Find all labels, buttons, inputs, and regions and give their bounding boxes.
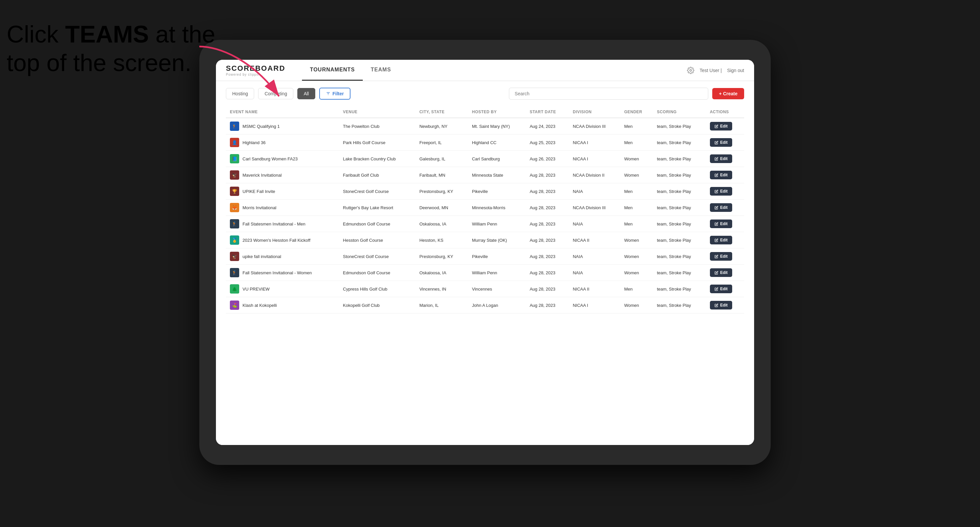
pencil-icon — [714, 173, 718, 177]
edit-button-5[interactable]: Edit — [710, 203, 732, 212]
team-logo-6: 🏌 — [230, 219, 239, 229]
team-logo-8: 🦅 — [230, 252, 239, 261]
cell-hosted-10: Vincennes — [468, 281, 526, 297]
cell-division-1: NICAA I — [569, 135, 620, 151]
team-logo-0: 🏌 — [230, 122, 239, 131]
edit-button-9[interactable]: Edit — [710, 268, 732, 277]
table-row: 🏌 MSMC Qualifying 1 The Powelton Club Ne… — [226, 118, 744, 135]
cell-actions-11: Edit — [706, 297, 744, 313]
competing-button[interactable]: Competing — [258, 88, 293, 99]
team-logo-11: ⛳ — [230, 300, 239, 310]
col-gender: GENDER — [620, 106, 653, 118]
cell-actions-8: Edit — [706, 248, 744, 265]
table-row: 👤 Highland 36 Park Hills Golf Course Fre… — [226, 135, 744, 151]
pencil-icon — [714, 125, 718, 128]
tournaments-table: EVENT NAME VENUE CITY, STATE HOSTED BY S… — [226, 106, 744, 313]
table-container: EVENT NAME VENUE CITY, STATE HOSTED BY S… — [226, 106, 744, 442]
cell-hosted-3: Minnesota State — [468, 167, 526, 183]
pencil-icon — [714, 303, 718, 307]
col-event-name: EVENT NAME — [226, 106, 339, 118]
cell-gender-11: Women — [620, 297, 653, 313]
cell-event-name-7: 🏅 2023 Women's Hesston Fall Kickoff — [226, 232, 339, 248]
hosting-button[interactable]: Hosting — [226, 88, 254, 99]
cell-gender-3: Women — [620, 167, 653, 183]
cell-event-name-0: 🏌 MSMC Qualifying 1 — [226, 118, 339, 135]
cell-actions-7: Edit — [706, 232, 744, 248]
cell-scoring-4: team, Stroke Play — [653, 183, 706, 200]
cell-date-2: Aug 26, 2023 — [525, 151, 569, 167]
cell-event-name-9: 🏌 Fall Statesmen Invitational - Women — [226, 265, 339, 281]
cell-venue-11: Kokopelli Golf Club — [339, 297, 415, 313]
cell-city-6: Oskaloosa, IA — [415, 216, 468, 232]
cell-city-3: Faribault, MN — [415, 167, 468, 183]
cell-hosted-8: Pikeville — [468, 248, 526, 265]
cell-actions-6: Edit — [706, 216, 744, 232]
cell-venue-1: Park Hills Golf Course — [339, 135, 415, 151]
cell-city-0: Newburgh, NY — [415, 118, 468, 135]
pencil-icon — [714, 271, 718, 275]
search-input[interactable] — [509, 88, 708, 100]
tab-tournaments[interactable]: TOURNAMENTS — [302, 60, 363, 81]
cell-hosted-2: Carl Sandburg — [468, 151, 526, 167]
edit-button-7[interactable]: Edit — [710, 236, 732, 244]
nav-tabs: TOURNAMENTS TEAMS — [302, 60, 399, 81]
col-division: DIVISION — [569, 106, 620, 118]
cell-gender-2: Women — [620, 151, 653, 167]
cell-scoring-3: team, Stroke Play — [653, 167, 706, 183]
edit-button-11[interactable]: Edit — [710, 301, 732, 310]
toolbar: Hosting Competing All Filter + Create — [226, 88, 744, 100]
edit-button-1[interactable]: Edit — [710, 138, 732, 147]
cell-division-6: NAIA — [569, 216, 620, 232]
pencil-icon — [714, 238, 718, 242]
pencil-icon — [714, 157, 718, 161]
cell-actions-1: Edit — [706, 135, 744, 151]
cell-event-name-5: 🦊 Morris Invitational — [226, 200, 339, 216]
sign-out-link[interactable]: Sign out — [727, 68, 744, 73]
cell-city-1: Freeport, IL — [415, 135, 468, 151]
edit-button-8[interactable]: Edit — [710, 252, 732, 261]
cell-division-0: NCAA Division III — [569, 118, 620, 135]
cell-actions-4: Edit — [706, 183, 744, 200]
table-row: ⛳ Klash at Kokopelli Kokopelli Golf Club… — [226, 297, 744, 313]
all-button[interactable]: All — [298, 88, 315, 99]
team-logo-1: 👤 — [230, 138, 239, 147]
cell-division-10: NICAA II — [569, 281, 620, 297]
cell-scoring-0: team, Stroke Play — [653, 118, 706, 135]
cell-event-name-3: 🦅 Maverick Invitational — [226, 167, 339, 183]
table-row: 🦊 Morris Invitational Ruttger's Bay Lake… — [226, 200, 744, 216]
table-row: 🏌 Fall Statesmen Invitational - Men Edmu… — [226, 216, 744, 232]
filter-button[interactable]: Filter — [319, 88, 350, 100]
cell-scoring-10: team, Stroke Play — [653, 281, 706, 297]
cell-gender-9: Women — [620, 265, 653, 281]
cell-city-5: Deerwood, MN — [415, 200, 468, 216]
edit-button-10[interactable]: Edit — [710, 284, 732, 293]
tab-teams[interactable]: TEAMS — [363, 60, 399, 81]
edit-button-6[interactable]: Edit — [710, 219, 732, 228]
cell-venue-2: Lake Bracken Country Club — [339, 151, 415, 167]
cell-hosted-6: William Penn — [468, 216, 526, 232]
table-row: 🏆 UPIKE Fall Invite StoneCrest Golf Cour… — [226, 183, 744, 200]
cell-division-3: NCAA Division II — [569, 167, 620, 183]
cell-scoring-9: team, Stroke Play — [653, 265, 706, 281]
edit-button-0[interactable]: Edit — [710, 122, 732, 130]
pencil-icon — [714, 206, 718, 210]
cell-hosted-11: John A Logan — [468, 297, 526, 313]
cell-division-11: NICAA I — [569, 297, 620, 313]
cell-venue-3: Faribault Golf Club — [339, 167, 415, 183]
cell-city-2: Galesburg, IL — [415, 151, 468, 167]
edit-button-2[interactable]: Edit — [710, 154, 732, 163]
cell-city-8: Prestonsburg, KY — [415, 248, 468, 265]
cell-hosted-0: Mt. Saint Mary (NY) — [468, 118, 526, 135]
gear-icon[interactable] — [687, 67, 694, 74]
tablet-frame: SCOREBOARD Powered by clippit TOURNAMENT… — [199, 40, 771, 465]
create-button[interactable]: + Create — [712, 88, 744, 99]
team-logo-10: 🌲 — [230, 284, 239, 294]
edit-button-4[interactable]: Edit — [710, 187, 732, 195]
cell-scoring-11: team, Stroke Play — [653, 297, 706, 313]
cell-hosted-5: Minnesota-Morris — [468, 200, 526, 216]
cell-gender-7: Women — [620, 232, 653, 248]
table-row: 🦅 upike fall invitational StoneCrest Gol… — [226, 248, 744, 265]
cell-date-9: Aug 28, 2023 — [525, 265, 569, 281]
col-scoring: SCORING — [653, 106, 706, 118]
edit-button-3[interactable]: Edit — [710, 171, 732, 179]
